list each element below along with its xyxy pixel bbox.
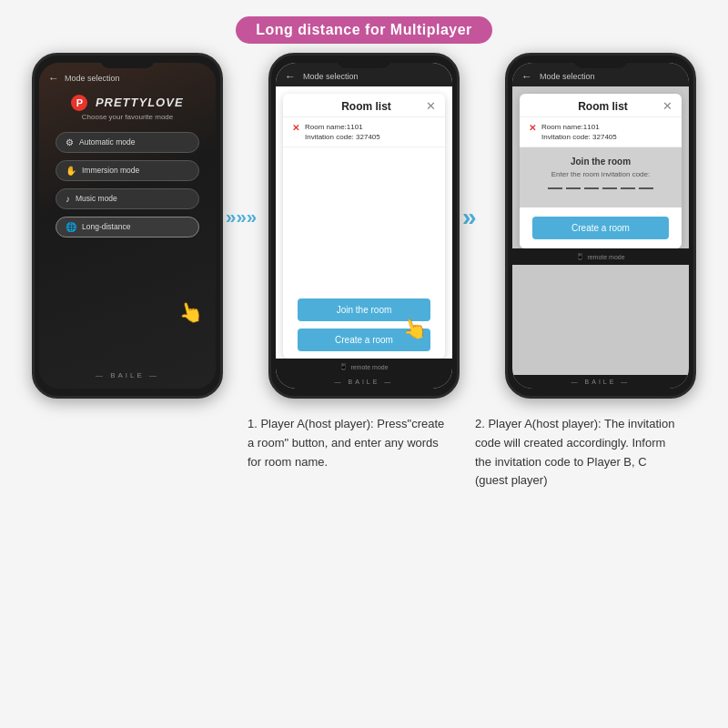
svg-text:»: »: [462, 203, 477, 231]
enter-code-label: Enter the room invitation code:: [551, 170, 651, 178]
long-distance-mode-btn[interactable]: 🌐 Long-distance: [56, 217, 199, 238]
phone-1: ← Mode selection P PRETTYLOVE Choose you…: [32, 53, 223, 399]
screen3-bg: ← Mode selection Room list ✕ ✕ Room name…: [512, 63, 689, 389]
long-distance-icon: 🌐: [66, 222, 76, 232]
code-dash-4: [602, 187, 617, 189]
phone-3: ← Mode selection Room list ✕ ✕ Room name…: [505, 53, 696, 399]
room-name-2: Room name:1101: [305, 123, 380, 131]
back-arrow-2-icon: ←: [285, 70, 296, 83]
room-info-2: Room name:1101 Invitation code: 327405: [305, 123, 380, 141]
phone-2-screen: ← Mode selection Room list ✕ ✕ Room name…: [276, 63, 452, 389]
screen2-bottom: — BAILE —: [276, 375, 452, 389]
phones-row: ← Mode selection P PRETTYLOVE Choose you…: [0, 53, 728, 399]
code-dash-3: [584, 187, 599, 189]
remote-mode-bar-2: 📱 remote mode: [276, 363, 452, 370]
remote-mode-text-2: remote mode: [350, 364, 388, 370]
code-input-row: [548, 184, 653, 189]
join-room-label: Join the room: [571, 157, 631, 167]
screen1-subtitle: Choose your favourite mode: [39, 113, 216, 121]
phone-3-screen: ← Mode selection Room list ✕ ✕ Room name…: [512, 63, 689, 389]
phone-3-notch: [573, 56, 628, 68]
immersion-mode-btn[interactable]: ✋ Immersion mode: [56, 160, 199, 181]
screen1-header-text: Mode selection: [65, 74, 120, 83]
modal-close-2[interactable]: ✕: [426, 99, 436, 113]
modal-box-3: Room list ✕ ✕ Room name:1101 Invitation …: [520, 94, 682, 248]
phone-1-screen: ← Mode selection P PRETTYLOVE Choose you…: [39, 63, 216, 389]
phone-1-notch: [100, 56, 155, 68]
long-distance-label: Long-distance: [82, 222, 130, 231]
room-item-3: ✕ Room name:1101 Invitation code: 327405: [520, 117, 682, 147]
back-arrow-icon: ←: [48, 72, 59, 85]
code-dash-6: [639, 187, 653, 189]
screen2-bg: ← Mode selection Room list ✕ ✕ Room name…: [276, 63, 452, 389]
automatic-mode-icon: ⚙: [66, 137, 74, 147]
modal-title-2: Room list: [307, 100, 426, 113]
screen3-bottom: — BAILE —: [512, 375, 689, 389]
logo-text: PRETTYLOVE: [96, 96, 184, 109]
screen2-header-text: Mode selection: [303, 72, 359, 81]
immersion-mode-icon: ✋: [66, 166, 76, 176]
desc-col-1: 1. Player A(host player): Press"create a…: [237, 415, 464, 490]
hand-cursor-1: 👆: [176, 298, 206, 328]
remote-icon-3: 📱: [576, 253, 584, 260]
join-room-section: Join the room Enter the room invitation …: [520, 147, 682, 207]
modal-title-3: Room list: [543, 100, 662, 113]
phone-2: ← Mode selection Room list ✕ ✕ Room name…: [268, 53, 460, 399]
room-info-3: Room name:1101 Invitation code: 327405: [541, 123, 617, 141]
remote-text-3: remote mode: [587, 254, 624, 260]
desc-col-2: 2. Player A(host player): The invitation…: [464, 415, 692, 490]
music-mode-btn[interactable]: ♪ Music mode: [56, 188, 199, 209]
back-arrow-3-icon: ←: [521, 70, 532, 83]
arrow-2: »: [460, 53, 505, 380]
automatic-mode-btn[interactable]: ⚙ Automatic mode: [56, 132, 199, 153]
music-mode-label: Music mode: [76, 194, 117, 203]
screen1-bg: ← Mode selection P PRETTYLOVE Choose you…: [39, 63, 216, 389]
room-x-3-icon: ✕: [529, 123, 536, 133]
modal-header-2: Room list ✕: [283, 94, 445, 117]
logo-p-icon: P: [71, 95, 87, 111]
desc-text-2: 2. Player A(host player): The invitation…: [475, 417, 674, 487]
remote-mode-icon-2: 📱: [339, 363, 348, 370]
code-dash-5: [621, 187, 635, 189]
descriptions: 1. Player A(host player): Press"create a…: [0, 402, 728, 490]
immersion-mode-label: Immersion mode: [82, 166, 139, 175]
code-dash-2: [566, 187, 581, 189]
page-title: Long distance for Multiplayer: [236, 16, 492, 44]
desc-text-1: 1. Player A(host player): Press"create a…: [248, 417, 444, 469]
phone2-footer: 📱 remote mode: [276, 359, 452, 375]
svg-text:»»»: »»»: [226, 206, 257, 227]
modal-header-3: Room list ✕: [520, 94, 682, 117]
music-mode-icon: ♪: [66, 194, 70, 204]
room-item-2: ✕ Room name:1101 Invitation code: 327405: [283, 117, 445, 147]
screen3-remote-bar: 📱 remote mode: [512, 248, 689, 265]
modal-close-3[interactable]: ✕: [662, 99, 672, 113]
screen1-footer: — BAILE —: [39, 371, 216, 379]
invitation-code-2: Invitation code: 327405: [305, 133, 380, 141]
code-dash-1: [548, 187, 562, 189]
room-x-icon: ✕: [292, 123, 299, 133]
create-room-btn-3[interactable]: Create a room: [532, 217, 669, 239]
screen1-logo: P PRETTYLOVE: [39, 94, 216, 111]
automatic-mode-label: Automatic mode: [79, 137, 135, 147]
screen3-header-text: Mode selection: [540, 72, 595, 81]
invitation-code-3: Invitation code: 327405: [541, 133, 617, 141]
phone-2-notch: [337, 56, 391, 68]
arrow-1: »»»: [223, 53, 268, 380]
room-name-3: Room name:1101: [541, 123, 617, 131]
title-area: Long distance for Multiplayer: [0, 0, 728, 44]
